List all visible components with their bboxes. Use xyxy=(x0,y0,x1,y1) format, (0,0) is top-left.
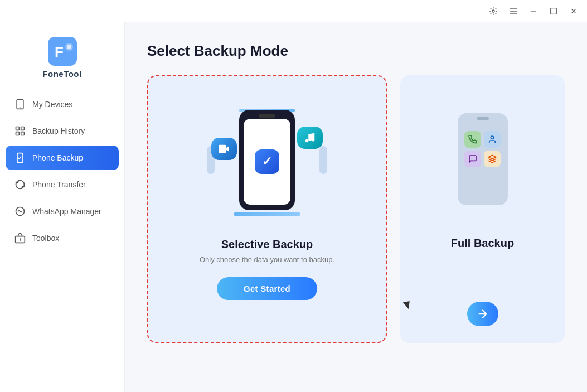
video-icon xyxy=(211,138,237,160)
phone-app-icon xyxy=(464,131,481,148)
window-controls xyxy=(484,2,583,20)
messages-app-icon xyxy=(464,151,481,167)
selective-backup-title: Selective Backup xyxy=(221,238,313,251)
minimize-btn[interactable] xyxy=(525,2,542,20)
page-title: Select Backup Mode xyxy=(147,42,565,60)
sidebar-item-label: WhatsApp Manager xyxy=(32,207,101,216)
apps-grid xyxy=(460,127,505,172)
svg-point-23 xyxy=(312,138,315,142)
svg-rect-14 xyxy=(16,127,20,130)
handle-right xyxy=(319,146,327,174)
sidebar-item-label: Phone Transfer xyxy=(32,180,86,189)
contacts-app-icon xyxy=(484,131,501,148)
full-backup-title: Full Backup xyxy=(451,237,514,250)
phone-transfer-icon xyxy=(14,179,26,190)
sidebar-item-toolbox[interactable]: Toolbox xyxy=(6,226,119,250)
selective-backup-desc: Only choose the data you want to backup. xyxy=(200,255,334,264)
mouse-cursor xyxy=(403,301,411,310)
phone-device xyxy=(239,110,295,210)
get-started-button[interactable]: Get Started xyxy=(217,277,317,300)
phone-notch xyxy=(259,114,275,118)
sidebar-item-phone-backup[interactable]: Phone Backup xyxy=(6,146,119,170)
sidebar: F FoneTool My Devices xyxy=(0,22,125,392)
full-backup-button[interactable] xyxy=(467,302,498,326)
devices-icon xyxy=(14,99,26,110)
full-backup-card[interactable]: Full Backup xyxy=(400,75,565,343)
whatsapp-icon xyxy=(14,206,26,217)
sidebar-nav: My Devices Backup History xyxy=(0,92,124,250)
svg-rect-15 xyxy=(21,127,25,130)
close-btn[interactable] xyxy=(565,2,583,20)
title-bar xyxy=(0,0,587,22)
main-content: Select Backup Mode xyxy=(125,22,587,392)
backup-history-icon xyxy=(14,125,26,137)
app-logo: F FoneTool xyxy=(0,28,124,92)
sidebar-item-whatsapp-manager[interactable]: WhatsApp Manager xyxy=(6,199,119,224)
phone-screen xyxy=(244,119,290,205)
music-icon xyxy=(297,127,323,149)
sidebar-item-my-devices[interactable]: My Devices xyxy=(6,92,119,117)
settings-btn[interactable] xyxy=(484,2,502,20)
selective-backup-card[interactable]: Selective Backup Only choose the data yo… xyxy=(147,75,387,343)
toolbox-icon xyxy=(14,233,26,244)
store-app-icon xyxy=(484,151,501,167)
sidebar-item-label: My Devices xyxy=(32,100,72,109)
selective-backup-illustration xyxy=(206,93,328,227)
sidebar-item-label: Backup History xyxy=(32,127,85,135)
svg-point-0 xyxy=(492,10,494,12)
sidebar-item-backup-history[interactable]: Backup History xyxy=(6,119,119,143)
sidebar-item-label: Toolbox xyxy=(32,234,59,243)
backup-mode-cards: Selective Backup Only choose the data yo… xyxy=(147,75,565,343)
progress-bar-bottom xyxy=(234,212,300,216)
phone-backup-icon xyxy=(14,152,26,163)
full-backup-illustration xyxy=(433,92,533,226)
svg-point-11 xyxy=(67,45,71,49)
sidebar-item-phone-transfer[interactable]: Phone Transfer xyxy=(6,172,119,197)
svg-rect-16 xyxy=(16,132,20,135)
fonetool-logo-icon: F xyxy=(48,37,77,66)
full-phone-device xyxy=(458,113,508,205)
svg-rect-17 xyxy=(21,132,25,135)
full-phone-notch xyxy=(477,117,489,120)
app-name: FoneTool xyxy=(42,69,81,79)
app-body: F FoneTool My Devices xyxy=(0,22,587,392)
maximize-btn[interactable] xyxy=(545,2,562,20)
svg-point-24 xyxy=(491,136,493,139)
svg-text:F: F xyxy=(55,43,64,60)
svg-point-22 xyxy=(305,139,309,143)
menu-btn[interactable] xyxy=(504,2,522,20)
svg-rect-5 xyxy=(551,8,557,14)
fonetool-app-icon xyxy=(255,149,279,174)
sidebar-item-label: Phone Backup xyxy=(32,153,83,162)
